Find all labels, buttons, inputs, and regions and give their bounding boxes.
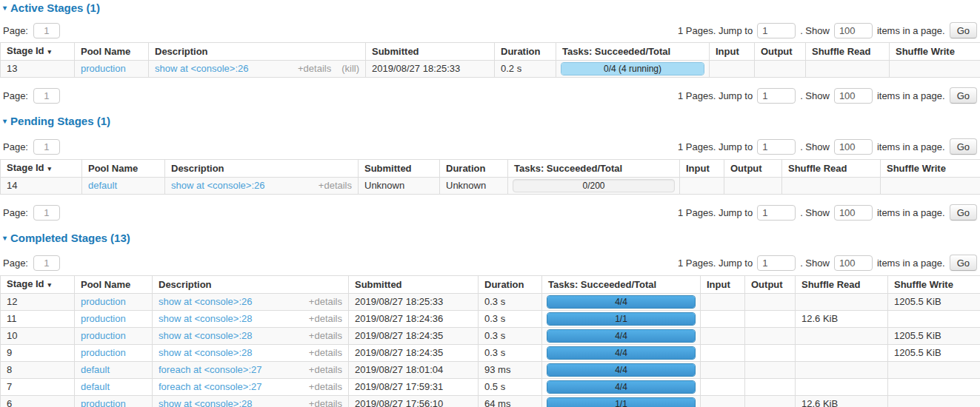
details-toggle[interactable]: +details <box>309 365 342 375</box>
task-progress-bar: 4/4 <box>547 346 696 360</box>
col-header-duration[interactable]: Duration <box>440 160 508 178</box>
col-header-submitted[interactable]: Submitted <box>349 276 479 294</box>
description-link[interactable]: foreach at <console>:27 <box>159 365 262 375</box>
pool-name-link[interactable]: production <box>81 398 126 407</box>
col-header-input[interactable]: Input <box>680 160 724 178</box>
description-link[interactable]: show at <console>:26 <box>171 181 264 191</box>
description-link[interactable]: show at <console>:26 <box>159 297 252 307</box>
col-header-submitted[interactable]: Submitted <box>359 160 440 178</box>
input-cell <box>701 345 745 362</box>
col-header-description[interactable]: Description <box>165 160 359 178</box>
col-header-input[interactable]: Input <box>701 276 745 294</box>
details-toggle[interactable]: +details <box>309 314 342 324</box>
jump-to-page-input[interactable] <box>757 255 796 271</box>
page-number-input[interactable] <box>33 23 60 38</box>
jump-to-page-input[interactable] <box>757 23 796 38</box>
kill-link[interactable]: (kill) <box>341 64 359 74</box>
col-header-pool-name[interactable]: Pool Name <box>75 276 153 294</box>
pool-name-cell: production <box>75 294 153 311</box>
details-toggle[interactable]: +details <box>309 382 342 392</box>
go-button[interactable]: Go <box>950 255 977 271</box>
col-header-shuffle-write[interactable]: Shuffle Write <box>890 43 980 61</box>
pool-name-link[interactable]: production <box>81 63 126 74</box>
jump-to-page-input[interactable] <box>757 88 796 104</box>
section-title: Pending Stages (1) <box>10 115 110 127</box>
description-link[interactable]: show at <console>:28 <box>159 314 252 324</box>
items-per-page-input[interactable] <box>834 139 873 155</box>
section-heading-completed-stages[interactable]: ▾ Completed Stages (13) <box>3 232 980 244</box>
col-header-tasks-succeeded-total[interactable]: Tasks: Succeeded/Total <box>542 276 701 294</box>
items-per-page-label: items in a page. <box>877 207 945 218</box>
output-cell <box>755 61 806 78</box>
pool-name-link[interactable]: production <box>81 313 126 324</box>
stage-row: 10productionshow at <console>:28+details… <box>1 328 980 345</box>
details-toggle[interactable]: +details <box>298 64 331 74</box>
col-header-shuffle-write[interactable]: Shuffle Write <box>881 160 980 178</box>
jump-to-page-input[interactable] <box>757 205 796 221</box>
pool-name-link[interactable]: default <box>81 364 110 375</box>
description-link[interactable]: show at <console>:28 <box>159 331 252 341</box>
section-title: Active Stages (1) <box>10 1 100 14</box>
page-number-input[interactable] <box>33 205 60 221</box>
col-header-shuffle-read[interactable]: Shuffle Read <box>796 276 888 294</box>
details-toggle[interactable]: +details <box>309 297 342 307</box>
description-link[interactable]: show at <console>:26 <box>155 64 248 74</box>
description-link[interactable]: show at <console>:28 <box>159 399 252 407</box>
output-cell <box>745 294 796 311</box>
items-per-page-input[interactable] <box>834 88 873 104</box>
task-progress-bar: 4/4 <box>547 329 696 343</box>
description-content: show at <console>:28+details <box>159 399 342 407</box>
col-header-output[interactable]: Output <box>755 43 806 61</box>
col-header-stage-id[interactable]: Stage Id▾ <box>1 160 82 178</box>
details-toggle[interactable]: +details <box>309 399 342 407</box>
description-link[interactable]: show at <console>:28 <box>159 348 252 358</box>
pages-count-text: 1 Pages. Jump to <box>678 90 753 101</box>
col-header-pool-name[interactable]: Pool Name <box>82 160 165 178</box>
section-heading-active-stages[interactable]: ▾ Active Stages (1) <box>3 1 980 14</box>
col-header-output[interactable]: Output <box>745 276 796 294</box>
col-header-input[interactable]: Input <box>710 43 755 61</box>
items-per-page-input[interactable] <box>834 255 873 271</box>
col-header-shuffle-read[interactable]: Shuffle Read <box>782 160 881 178</box>
pool-name-cell: production <box>75 328 153 345</box>
col-header-description[interactable]: Description <box>153 276 349 294</box>
shuffle-write-cell <box>888 396 980 407</box>
items-per-page-input[interactable] <box>834 23 873 38</box>
col-header-stage-id[interactable]: Stage Id▾ <box>1 43 75 61</box>
go-button[interactable]: Go <box>950 138 977 155</box>
details-toggle[interactable]: +details <box>309 348 342 358</box>
progress-label: 0/200 <box>513 180 674 192</box>
output-cell <box>745 379 796 396</box>
col-header-submitted[interactable]: Submitted <box>366 43 495 61</box>
page-label: Page: <box>3 141 28 152</box>
jump-to-page-input[interactable] <box>757 139 796 155</box>
shuffle-write-cell: 1205.5 KiB <box>888 294 980 311</box>
description-link[interactable]: foreach at <console>:27 <box>159 382 262 392</box>
page-number-input[interactable] <box>33 255 60 271</box>
col-header-stage-id[interactable]: Stage Id▾ <box>1 276 75 294</box>
section-heading-pending-stages[interactable]: ▾ Pending Stages (1) <box>3 115 980 127</box>
details-toggle[interactable]: +details <box>309 331 342 341</box>
items-per-page-input[interactable] <box>834 205 873 221</box>
col-header-duration[interactable]: Duration <box>479 276 542 294</box>
col-header-shuffle-read[interactable]: Shuffle Read <box>806 43 890 61</box>
col-header-description[interactable]: Description <box>149 43 366 61</box>
pool-name-link[interactable]: production <box>81 347 126 358</box>
go-button[interactable]: Go <box>950 204 977 221</box>
go-button[interactable]: Go <box>950 87 977 104</box>
page-number-input[interactable] <box>33 139 60 155</box>
pool-name-link[interactable]: production <box>81 296 126 307</box>
page-number-input[interactable] <box>33 88 60 104</box>
go-button[interactable]: Go <box>950 22 977 38</box>
pool-name-link[interactable]: production <box>81 330 126 341</box>
col-header-pool-name[interactable]: Pool Name <box>75 43 149 61</box>
col-header-output[interactable]: Output <box>724 160 782 178</box>
col-header-duration[interactable]: Duration <box>495 43 556 61</box>
col-header-tasks-succeeded-total[interactable]: Tasks: Succeeded/Total <box>508 160 680 178</box>
col-header-shuffle-write[interactable]: Shuffle Write <box>888 276 980 294</box>
pool-name-link[interactable]: default <box>88 180 117 191</box>
stage-row: 8defaultforeach at <console>:27+details2… <box>1 362 980 379</box>
details-toggle[interactable]: +details <box>319 181 352 191</box>
col-header-tasks-succeeded-total[interactable]: Tasks: Succeeded/Total <box>556 43 710 61</box>
pool-name-link[interactable]: default <box>81 381 110 392</box>
